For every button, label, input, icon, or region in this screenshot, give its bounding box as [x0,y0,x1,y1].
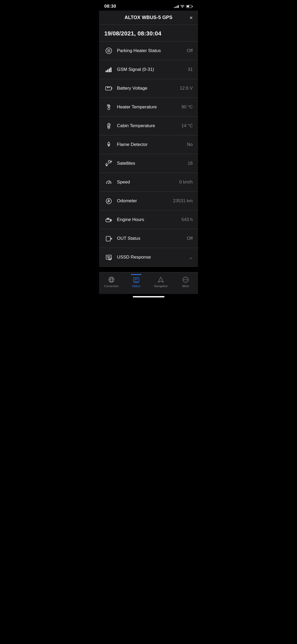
tab-status[interactable]: Status [124,275,149,289]
out-status-value: Off [187,236,193,241]
tab-connection[interactable]: Connection [99,275,124,289]
flame-detector-label: Flame Detector [117,142,183,147]
tab-bar: Connection Status Navigation [99,272,198,294]
ussd-response-label: USSD Response [117,255,185,260]
battery-voltage-label: Battery Voltage [117,86,176,91]
row-satellites: Satellites 16 [99,154,198,173]
engine-hours-label: Engine Hours [117,217,178,222]
svg-rect-5 [106,71,107,72]
svg-rect-52 [109,258,111,260]
satellites-value: 16 [188,161,193,166]
ussd-chevron-icon: ⌄ [189,254,193,260]
speed-icon [104,178,113,187]
heater-temp-value: 90 °C [181,104,193,110]
speed-label: Speed [117,180,176,185]
svg-rect-58 [134,278,139,282]
tab-navigation[interactable]: Navigation [149,275,173,289]
row-heater-temp: Heater Temperature 90 °C [99,98,198,117]
svg-point-67 [185,279,186,280]
close-button[interactable]: × [190,15,193,20]
svg-rect-47 [106,236,110,241]
parking-heater-value: Off [187,48,193,53]
cabin-temp-label: Cabin Temperature [117,123,178,128]
signal-bars-icon [174,5,179,8]
more-tab-icon [182,276,189,283]
odometer-label: Odometer [117,198,169,204]
navigation-tab-label: Navigation [154,284,168,288]
connection-tab-label: Connection [104,284,119,288]
svg-point-66 [184,279,185,280]
row-parking-heater: Parking Heater Status Off [99,42,198,60]
odometer-value: 23531 km [173,198,193,204]
date-text: 19/08/2021, 08:30:04 [104,30,161,37]
gsm-signal-icon [104,65,113,74]
row-ussd-response[interactable]: USSD Response ⌄ [99,248,198,267]
row-odometer: Odometer 23531 km [99,192,198,210]
satellites-label: Satellites [117,161,184,166]
out-status-label: OUT Status [117,236,183,241]
row-engine-hours: Engine Hours 543 h [99,210,198,229]
row-out-status: OUT Status Off [99,229,198,248]
engine-hours-icon [104,215,113,224]
home-bar [133,296,164,297]
svg-point-68 [187,279,187,280]
flame-detector-icon [104,140,113,149]
svg-rect-6 [107,70,108,72]
battery-status-icon [186,5,193,8]
battery-voltage-icon [104,84,113,93]
status-time: 08:30 [104,4,116,9]
battery-voltage-value: 12.6 V [180,86,193,91]
cabin-temp-value: 14 °C [181,123,193,128]
navigation-tab-icon [157,276,164,283]
svg-line-34 [110,183,111,183]
svg-point-32 [108,183,109,184]
odometer-icon [104,196,113,205]
svg-rect-8 [110,67,111,72]
svg-line-33 [107,183,107,183]
header: ALTOX WBUS-5 GPS × [99,11,198,25]
wifi-icon [180,5,185,8]
flame-detector-value: No [187,142,193,147]
heater-temp-icon [104,103,113,112]
row-speed: Speed 0 km/h [99,173,198,192]
row-cabin-temp: Cabin Temperature 14 °C [99,117,198,135]
svg-point-0 [182,7,183,8]
svg-marker-64 [158,277,163,282]
status-icons [174,5,193,8]
svg-rect-9 [106,87,111,90]
connection-tab-icon [108,276,115,283]
svg-point-44 [111,220,112,221]
row-flame-detector: Flame Detector No [99,135,198,154]
header-title: ALTOX WBUS-5 GPS [125,15,173,20]
out-status-icon [104,234,113,243]
status-tab-icon [133,276,140,283]
svg-rect-7 [109,68,110,72]
satellites-icon [104,159,113,168]
gsm-signal-label: GSM Signal (0-31) [117,67,184,72]
svg-point-22 [108,127,110,129]
gsm-signal-value: 31 [188,67,193,72]
bottom-spacer [99,267,198,272]
row-battery-voltage: Battery Voltage 12.6 V [99,79,198,98]
tab-more[interactable]: More [173,275,198,289]
speed-value: 0 km/h [179,180,193,185]
date-section: 19/08/2021, 08:30:04 [99,25,198,42]
tab-active-indicator [131,274,142,275]
svg-line-43 [110,221,111,221]
data-list: Parking Heater Status Off GSM Signal (0-… [99,42,198,267]
menu-icon [104,46,113,55]
ussd-response-icon [104,253,113,262]
engine-hours-value: 543 h [181,217,193,222]
more-tab-label: More [182,284,189,288]
heater-temp-label: Heater Temperature [117,104,178,110]
home-indicator [99,294,198,300]
status-bar: 08:30 [99,0,198,11]
cabin-temp-icon [104,121,113,130]
status-tab-label: Status [132,284,140,288]
parking-heater-label: Parking Heater Status [117,48,183,53]
row-gsm-signal: GSM Signal (0-31) 31 [99,60,198,79]
